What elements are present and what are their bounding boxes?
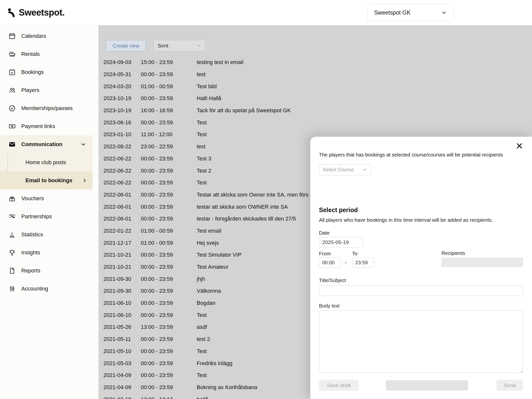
email-time: 00:00 - 23:59: [141, 192, 197, 198]
email-date: 2022-06-01: [103, 216, 141, 222]
gift-icon: [8, 195, 16, 202]
email-row[interactable]: 2023-06-1600:00 - 23:59Test: [98, 116, 532, 129]
email-date: 2024-09-03: [103, 59, 141, 66]
email-date: 2022-06-01: [103, 204, 141, 210]
email-time: 00:00 - 23:59: [141, 168, 197, 174]
from-time-field[interactable]: [319, 258, 341, 268]
email-time: 00:00 - 23:59: [141, 336, 197, 342]
sidebar-item-label: Accounting: [21, 286, 48, 292]
email-date: 2022-01-22: [103, 228, 141, 234]
email-time: 23:00 - 22:59: [141, 143, 197, 150]
email-time: 00:00 - 23:59: [141, 264, 197, 270]
email-row[interactable]: 2024-09-0315:00 - 23:59testing text in e…: [98, 56, 532, 68]
sidebar-item-payment-links[interactable]: Payment links: [0, 117, 98, 135]
email-row[interactable]: 2023-10-1916:00 - 16:59Tack för att du s…: [98, 105, 532, 117]
sweetspot-logo-icon: [6, 7, 16, 18]
email-date: 2021-05-03: [103, 360, 141, 367]
calendar-check-icon: [8, 68, 16, 76]
compose-email-panel: The players that has bookings at selecte…: [310, 137, 532, 399]
chevron-down-icon: [80, 141, 87, 148]
email-row[interactable]: 2024-03-2001:00 - 00:59Test bild: [98, 80, 532, 92]
email-date: 2022-08-22: [103, 143, 141, 150]
email-row[interactable]: 2024-05-3100:00 - 23:59test: [98, 68, 532, 81]
sidebar-subitem-label: Home club posts: [25, 159, 66, 166]
dropdown-arrow-icon: [196, 43, 201, 48]
email-time: 00:00 - 23:59: [141, 179, 197, 186]
email-time: 00:00 - 23:59: [141, 119, 197, 126]
email-date: 2021-04-09: [103, 372, 141, 378]
email-time: 16:00 - 16:59: [141, 107, 197, 114]
sidebar-item-calendars[interactable]: Calendars: [0, 27, 98, 45]
app-logo-text: Sweetspot.: [19, 7, 65, 18]
date-field[interactable]: [319, 237, 363, 247]
email-time: 15:00 - 23:59: [141, 59, 197, 66]
course-select-placeholder: Select Course: [323, 167, 354, 173]
sidebar-item-label: Rentals: [21, 51, 40, 57]
envelope-icon: [8, 141, 16, 148]
course-select-dropdown[interactable]: Select Course: [319, 164, 371, 175]
email-time: 00:00 - 23:59: [141, 276, 197, 282]
email-time: 00:00 - 23:59: [141, 95, 197, 102]
to-label: To: [352, 251, 358, 257]
players-icon: [8, 87, 16, 94]
email-time: 00:00 - 23:59: [141, 300, 197, 306]
lightbulb-icon: [8, 249, 16, 256]
top-bar: Sweetspot. Sweetspot GK: [0, 0, 532, 25]
sidebar-item-accounting[interactable]: Accounting: [0, 280, 98, 298]
select-period-description: All players who have bookings in this ti…: [319, 217, 493, 223]
sidebar-subitem-label: Email to bookings: [25, 177, 72, 184]
email-date: 2021-05-11: [103, 336, 141, 342]
body-text-field[interactable]: [319, 310, 523, 373]
middle-action-button[interactable]: [386, 380, 468, 391]
email-date: 2024-05-31: [103, 71, 141, 78]
handshake-icon: [8, 213, 16, 220]
club-selector[interactable]: Sweetspot GK: [367, 4, 454, 21]
sidebar-item-memberships-passes[interactable]: Memberships/passes: [0, 99, 98, 117]
create-new-button[interactable]: Create new: [106, 40, 146, 51]
to-time-field[interactable]: [352, 258, 374, 268]
status-filter-dropdown[interactable]: Sent: [153, 40, 205, 51]
save-draft-button[interactable]: Save draft: [319, 380, 359, 391]
email-time: 13:00 - 13:13: [141, 396, 197, 399]
sidebar-item-label: Statistics: [21, 231, 43, 238]
email-row[interactable]: 2023-10-1900:00 - 23:59Halli Hallå: [98, 92, 532, 105]
email-date: 2023-01-10: [103, 131, 141, 138]
email-date: 2023-10-19: [103, 95, 141, 102]
email-date: 2021-03-19: [103, 396, 141, 399]
sidebar-item-label: Vouchers: [21, 195, 44, 202]
close-icon[interactable]: [514, 140, 525, 152]
email-time: 00:00 - 23:59: [141, 71, 197, 78]
email-time: 00:00 - 23:59: [141, 384, 197, 391]
date-label: Date: [319, 230, 330, 236]
email-date: 2022-06-22: [103, 179, 141, 186]
from-label: From: [319, 251, 331, 257]
sidebar-item-partnerships[interactable]: Partnerships: [0, 207, 98, 225]
club-selector-value: Sweetspot GK: [374, 9, 411, 16]
email-subject: test: [197, 71, 532, 78]
time-range-separator: -: [345, 259, 346, 266]
email-time: 01:00 - 00:59: [141, 228, 197, 234]
sidebar-item-label: Memberships/passes: [21, 105, 73, 111]
sidebar-item-communication[interactable]: Communication: [0, 135, 93, 153]
email-subject: Tack för att du spelat på Sweetspot GK: [197, 107, 532, 114]
status-filter-value: Sent: [158, 43, 168, 49]
sidebar-item-email-to-bookings[interactable]: Email to bookings: [0, 171, 93, 189]
sidebar-item-home-club-posts[interactable]: Home club posts: [0, 153, 93, 171]
calendar-icon: [8, 32, 16, 40]
sidebar-item-bookings[interactable]: Bookings: [0, 63, 98, 81]
recipients-field[interactable]: [441, 258, 523, 267]
title-subject-field[interactable]: [319, 285, 523, 296]
email-date: 2022-06-22: [103, 168, 141, 174]
chevron-right-icon: [82, 177, 88, 183]
sidebar-item-vouchers[interactable]: Vouchers: [0, 189, 98, 207]
sidebar-item-statistics[interactable]: Statistics: [0, 225, 98, 244]
chevron-down-icon: [441, 9, 447, 16]
sidebar-item-label: Communication: [21, 141, 62, 148]
sidebar-item-players[interactable]: Players: [0, 81, 98, 99]
sidebar-item-reports[interactable]: Reports: [0, 262, 98, 280]
send-button[interactable]: Send: [496, 380, 523, 391]
sidebar-item-rentals[interactable]: Rentals: [0, 45, 98, 63]
sidebar-item-insights[interactable]: Insights: [0, 244, 98, 262]
email-date: 2024-03-20: [103, 83, 141, 90]
sidebar-bottom-group: VouchersPartnershipsStatisticsInsightsRe…: [0, 189, 98, 298]
